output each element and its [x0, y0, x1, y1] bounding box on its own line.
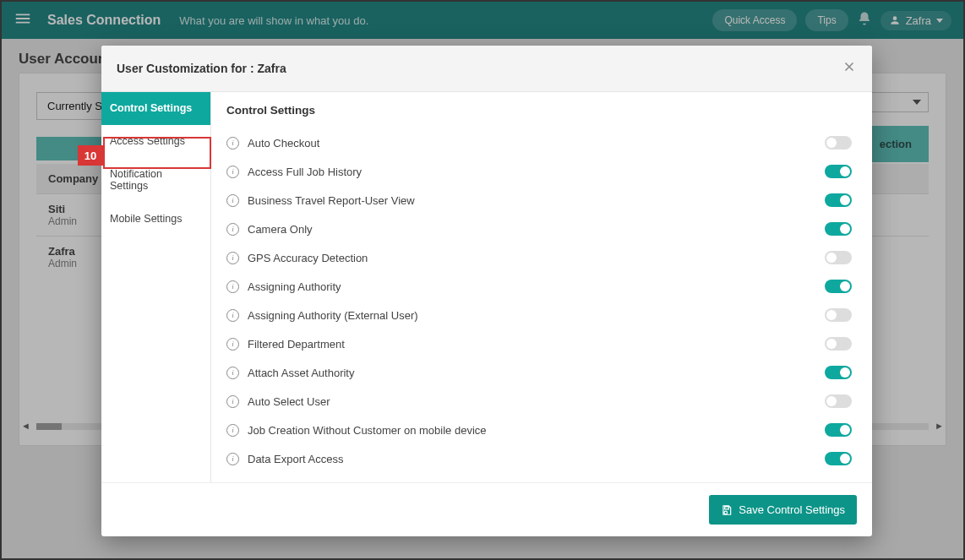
setting-label: Auto Select User [248, 395, 330, 408]
toggle-switch[interactable] [825, 337, 852, 351]
setting-row: iAssigning Authority (External User) [226, 301, 862, 329]
sidebar-item-mobile-settings[interactable]: Mobile Settings [101, 203, 210, 236]
info-icon[interactable]: i [226, 223, 239, 236]
setting-label: Job Creation Without Customer on mobile … [248, 424, 487, 437]
setting-row: iFiltered Department [226, 329, 862, 358]
save-button[interactable]: Save Control Settings [709, 495, 857, 525]
setting-row: iJob Creation Without Customer on mobile… [226, 416, 862, 444]
info-icon[interactable]: i [226, 453, 239, 465]
info-icon[interactable]: i [226, 252, 239, 264]
settings-content: Control Settings iAuto CheckoutiAccess F… [211, 92, 872, 482]
modal-title: User Customization for : Zafra [117, 62, 286, 75]
setting-row: iAuto Select User [226, 387, 862, 416]
toggle-switch[interactable] [825, 280, 852, 293]
setting-label: Assigning Authority [248, 280, 341, 293]
content-title: Control Settings [226, 104, 862, 117]
setting-row: iAssigning Authority [226, 272, 862, 301]
info-icon[interactable]: i [226, 166, 239, 178]
modal-sidebar: Control SettingsAccess SettingsNotificat… [101, 92, 211, 482]
setting-row: iBusiness Travel Report-User View [226, 186, 862, 215]
setting-label: Attach Asset Authority [248, 367, 354, 379]
setting-label: Auto Checkout [248, 137, 319, 150]
toggle-switch[interactable] [825, 136, 852, 150]
info-icon[interactable]: i [226, 137, 239, 150]
user-customization-modal: User Customization for : Zafra Control S… [101, 46, 872, 536]
info-icon[interactable]: i [226, 194, 239, 207]
modal-header: User Customization for : Zafra [101, 46, 872, 92]
sidebar-item-notification-settings[interactable]: Notification Settings [101, 158, 210, 203]
close-button[interactable] [842, 59, 857, 78]
setting-row: iAccess Full Job History [226, 157, 862, 186]
info-icon[interactable]: i [226, 395, 239, 408]
setting-label: Filtered Department [248, 338, 345, 351]
setting-label: Assigning Authority (External User) [248, 309, 418, 322]
toggle-switch[interactable] [825, 394, 852, 408]
toggle-switch[interactable] [825, 251, 852, 264]
toggle-switch[interactable] [825, 423, 852, 437]
info-icon[interactable]: i [226, 338, 239, 351]
save-icon [721, 504, 733, 516]
setting-row: iCamera Only [226, 215, 862, 243]
setting-label: Data Export Access [248, 453, 343, 465]
setting-row: iData Export Access [226, 444, 862, 473]
toggle-switch[interactable] [825, 308, 852, 322]
annotation-badge: 10 [78, 145, 103, 166]
setting-label: Camera Only [248, 223, 313, 236]
setting-label: Access Full Job History [248, 166, 362, 178]
setting-row: iAttach Asset Authority [226, 358, 862, 387]
sidebar-item-access-settings[interactable]: Access Settings [101, 125, 210, 158]
sidebar-item-control-settings[interactable]: Control Settings [101, 92, 210, 125]
info-icon[interactable]: i [226, 424, 239, 437]
setting-row: iGPS Accuracy Detection [226, 243, 862, 272]
modal-footer: Save Control Settings [101, 482, 872, 536]
info-icon[interactable]: i [226, 367, 239, 379]
toggle-switch[interactable] [825, 222, 852, 236]
toggle-switch[interactable] [825, 366, 852, 379]
toggle-switch[interactable] [825, 193, 852, 207]
setting-label: Business Travel Report-User View [248, 194, 415, 207]
toggle-switch[interactable] [825, 165, 852, 178]
setting-row: iAuto Checkout [226, 128, 862, 157]
setting-label: GPS Accuracy Detection [248, 252, 368, 264]
info-icon[interactable]: i [226, 309, 239, 322]
toggle-switch[interactable] [825, 452, 852, 465]
info-icon[interactable]: i [226, 280, 239, 293]
